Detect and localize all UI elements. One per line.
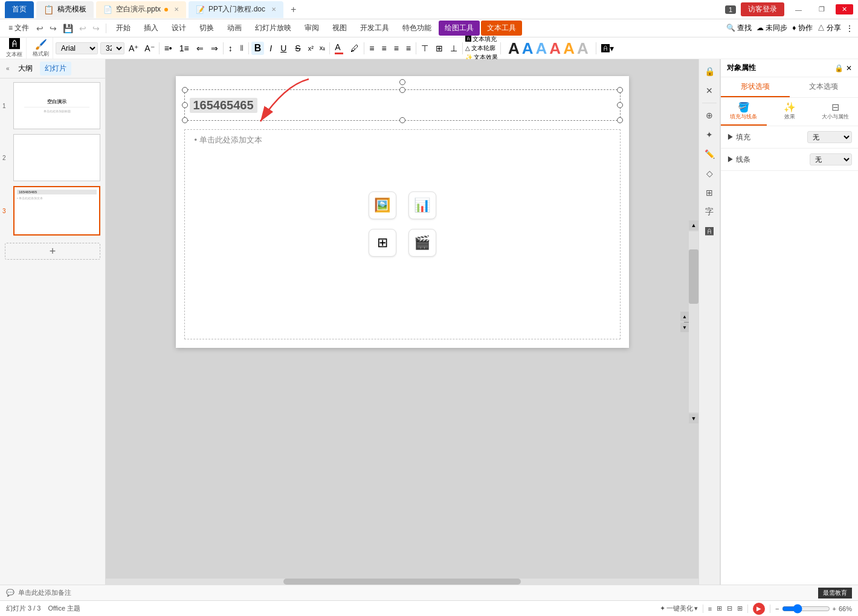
columns-button[interactable]: ⫴ <box>237 42 246 54</box>
panel-tab-outline[interactable]: 大纲 <box>13 62 37 75</box>
add-slide-button[interactable]: + <box>5 243 100 260</box>
ribbon-tab-dev[interactable]: 开发工具 <box>354 21 395 36</box>
rt-eraser-button[interactable]: ◇ <box>701 165 718 182</box>
ribbon-tab-review[interactable]: 审阅 <box>298 21 325 36</box>
slide-thumb-2[interactable]: 2 <box>13 134 100 181</box>
font-size-select[interactable]: 32 <box>100 42 124 54</box>
rp-subtab-fill[interactable]: 🪣 填充与线条 <box>721 98 767 126</box>
rt-copy-button[interactable]: ⊞ <box>701 184 718 201</box>
handle-mr[interactable] <box>617 102 623 108</box>
close-button[interactable]: ✕ <box>836 4 853 14</box>
h-scrollbar-thumb[interactable] <box>283 579 520 585</box>
panel-collapse-button[interactable]: « <box>5 64 11 73</box>
view-grid-button[interactable]: ⊞ <box>717 605 722 612</box>
content-textbox[interactable]: • 单击此处添加文本 🖼️ 📊 ⊞ 🎬 <box>184 129 621 339</box>
rp-tab-text[interactable]: 文本选项 <box>790 77 859 97</box>
border-value-select[interactable]: 无 实线 渐变线 <box>810 153 852 165</box>
ribbon-tab-special[interactable]: 特色功能 <box>396 21 437 36</box>
panel-expand-down[interactable]: ▼ <box>680 322 689 332</box>
fill-section-header[interactable]: ▶ 填充 无 纯色填充 渐变填充 <box>727 131 852 143</box>
view-list-button[interactable]: ≡ <box>708 605 712 612</box>
subscript-button[interactable]: x₂ <box>318 43 327 53</box>
view-columns-button[interactable]: ⊞ <box>737 605 743 612</box>
tab-doc[interactable]: 📝 PPT入门教程.doc ✕ <box>189 1 283 18</box>
text-more-button[interactable]: 🅰▾ <box>599 42 616 54</box>
insert-table-button[interactable]: ⊞ <box>369 229 396 257</box>
font-color-button[interactable]: A <box>332 41 346 56</box>
text-style-a-blue-light[interactable]: A <box>536 40 547 56</box>
align-right-button[interactable]: ≡ <box>392 42 401 54</box>
tab-home[interactable]: 首页 <box>5 1 34 18</box>
highlight-button[interactable]: 🖊 <box>348 42 361 54</box>
handle-tr[interactable] <box>617 87 623 93</box>
undo2-icon[interactable]: ↩ <box>77 22 89 34</box>
scroll-up-button[interactable]: ▲ <box>689 220 698 230</box>
insert-image-button[interactable]: 🖼️ <box>369 191 396 219</box>
text-style-a-red[interactable]: A <box>549 40 561 56</box>
play-button[interactable]: ▶ <box>753 603 765 615</box>
new-tab-button[interactable]: + <box>291 4 296 15</box>
ribbon-tab-start[interactable]: 开始 <box>110 21 137 36</box>
rt-art-text-button[interactable]: 🅰 <box>701 223 718 240</box>
slide-thumb-1[interactable]: 1 空白演示 单击此处添加副标题 <box>13 82 100 129</box>
ribbon-tab-switch[interactable]: 切换 <box>193 21 220 36</box>
ribbon-tab-design[interactable]: 设计 <box>166 21 192 36</box>
handle-bm[interactable] <box>399 117 405 123</box>
visit-login-button[interactable]: 访客登录 <box>741 2 784 16</box>
ribbon-tab-view[interactable]: 视图 <box>326 21 353 36</box>
handle-br[interactable] <box>617 117 623 123</box>
align-justify-button[interactable]: ≡ <box>404 42 413 54</box>
text-style-a-gray[interactable]: A <box>577 40 589 56</box>
zoom-slider[interactable] <box>782 604 830 614</box>
strikethrough-button[interactable]: S <box>292 42 303 54</box>
ribbon-tab-animate[interactable]: 动画 <box>221 21 248 36</box>
indent-decrease-button[interactable]: ⇐ <box>194 42 206 54</box>
rp-subtab-size[interactable]: ⊟ 大小与属性 <box>812 98 858 126</box>
panel-close-button[interactable]: ✕ <box>846 64 852 72</box>
handle-bl[interactable] <box>182 117 188 123</box>
valign-top-button[interactable]: ⊤ <box>419 42 431 54</box>
view-fit-button[interactable]: ⊟ <box>727 605 732 612</box>
insert-video-button[interactable]: 🎬 <box>408 229 436 257</box>
ribbon-tab-insert[interactable]: 插入 <box>138 21 164 36</box>
handle-tl[interactable] <box>182 87 188 93</box>
italic-button[interactable]: I <box>266 42 275 54</box>
collaborate-button[interactable]: ♦ 协作 <box>792 23 812 33</box>
v-scrollbar[interactable] <box>689 231 698 412</box>
insert-chart-button[interactable]: 📊 <box>408 191 436 219</box>
ribbon-tab-text[interactable]: 文本工具 <box>481 21 522 36</box>
superscript-button[interactable]: x² <box>306 43 315 53</box>
share-button[interactable]: △ 分享 <box>818 23 841 33</box>
rt-lock-button[interactable]: 🔒 <box>701 63 718 80</box>
font-decrease-button[interactable]: A⁻ <box>143 42 156 54</box>
text-style-a-blue[interactable]: A <box>522 40 534 56</box>
valign-bottom-button[interactable]: ⊥ <box>448 42 460 54</box>
title-textbox[interactable]: 165465465 <box>184 89 621 121</box>
text-fill-group[interactable]: 🅰 文本填充 △ 文本轮廓 ✨ 文本效果 <box>465 35 498 62</box>
text-style-a-orange[interactable]: A <box>563 40 575 56</box>
valign-middle-button[interactable]: ⊞ <box>433 42 445 54</box>
tab-doc-close[interactable]: ✕ <box>271 6 276 13</box>
indent-increase-button[interactable]: ⇒ <box>208 42 221 54</box>
format-brush-button[interactable]: 🖌️ 格式刷 <box>29 37 53 59</box>
tab-ppt-close[interactable]: ✕ <box>174 6 179 13</box>
ribbon-tab-slideshow[interactable]: 幻灯片放映 <box>249 21 297 36</box>
panel-lock-button[interactable]: 🔒 <box>834 64 843 72</box>
tab-template[interactable]: 📋 稿壳模板 <box>36 1 94 18</box>
tab-ppt[interactable]: 📄 空白演示.pptx ✕ <box>96 1 186 18</box>
line-spacing-button[interactable]: ↕ <box>226 42 235 54</box>
menu-file[interactable]: ≡ 文件 <box>5 22 33 34</box>
align-left-button[interactable]: ≡ <box>367 42 376 54</box>
beautify-button[interactable]: ✦ 一键美化 ▾ <box>660 604 698 613</box>
border-section-header[interactable]: ▶ 线条 无 实线 渐变线 <box>727 153 852 165</box>
underline-button[interactable]: U <box>277 42 289 54</box>
zoom-out-button[interactable]: − <box>775 605 779 612</box>
search-button[interactable]: 🔍 查找 <box>726 23 752 33</box>
redo2-icon[interactable]: ↪ <box>90 22 102 34</box>
number-list-button[interactable]: 1≡ <box>177 42 192 54</box>
maximize-button[interactable]: ❐ <box>813 4 831 14</box>
minimize-button[interactable]: — <box>789 5 808 14</box>
save-icon[interactable]: 💾 <box>60 22 76 34</box>
rotate-handle[interactable] <box>399 79 405 85</box>
bullet-list-button[interactable]: ≡• <box>162 42 175 54</box>
